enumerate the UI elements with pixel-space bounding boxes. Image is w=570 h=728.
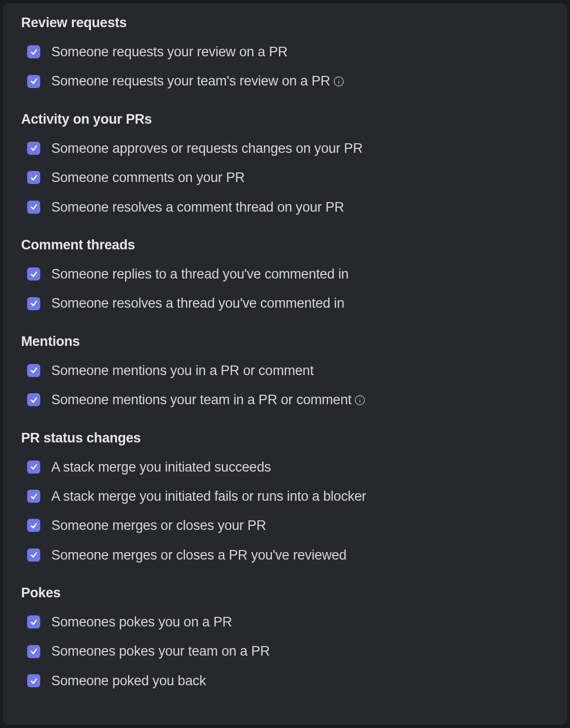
section-title: PR status changes	[21, 430, 549, 446]
option-row: A stack merge you initiated fails or run…	[21, 484, 549, 508]
checkbox[interactable]	[27, 519, 40, 532]
option-row: Someone merges or closes a PR you've rev…	[21, 543, 549, 567]
option-label: Someone poked you back	[51, 673, 206, 689]
checkbox[interactable]	[27, 75, 40, 88]
checkbox[interactable]	[27, 645, 40, 658]
checkbox[interactable]	[27, 142, 40, 155]
section-title: Mentions	[21, 334, 549, 349]
info-icon[interactable]	[354, 395, 365, 406]
section-title: Activity on your PRs	[21, 112, 549, 127]
option-row: Someone requests your team's review on a…	[21, 69, 549, 93]
option-label: Someone merges or closes your PR	[51, 517, 266, 533]
option-label: A stack merge you initiated fails or run…	[51, 488, 366, 504]
section-title: Pokes	[21, 585, 549, 601]
checkbox[interactable]	[27, 461, 40, 474]
settings-section: MentionsSomeone mentions you in a PR or …	[21, 334, 549, 412]
svg-point-5	[360, 398, 360, 398]
option-label: Someone merges or closes a PR you've rev…	[51, 547, 346, 563]
option-label: Someone resolves a thread you've comment…	[51, 295, 344, 311]
checkbox[interactable]	[27, 674, 40, 687]
option-row: Someone mentions you in a PR or comment	[21, 358, 549, 383]
option-label-text: Someone resolves a thread you've comment…	[51, 296, 344, 311]
option-row: Someone comments on your PR	[21, 165, 549, 190]
settings-section: PokesSomeones pokes you on a PRSomeones …	[21, 585, 549, 693]
notification-settings-panel: Review requestsSomeone requests your rev…	[3, 3, 567, 725]
option-label-text: Someone merges or closes your PR	[51, 518, 266, 533]
option-label-text: Someone requests your team's review on a…	[51, 73, 330, 88]
option-label-text: A stack merge you initiated succeeds	[51, 460, 271, 475]
checkbox[interactable]	[27, 45, 40, 58]
option-label-text: Someone requests your review on a PR	[51, 44, 288, 59]
option-label-text: Someones pokes your team on a PR	[51, 644, 270, 659]
option-row: Someone resolves a thread you've comment…	[21, 291, 549, 315]
settings-section: Comment threadsSomeone replies to a thre…	[21, 237, 549, 316]
option-row: Someone replies to a thread you've comme…	[21, 262, 549, 286]
option-label: Someone resolves a comment thread on you…	[51, 199, 344, 215]
checkbox[interactable]	[27, 171, 40, 184]
option-row: Someone resolves a comment thread on you…	[21, 195, 549, 219]
option-row: Someones pokes you on a PR	[21, 610, 549, 634]
option-label: Someone mentions your team in a PR or co…	[51, 392, 365, 408]
option-label: Someones pokes your team on a PR	[51, 643, 270, 659]
option-row: A stack merge you initiated succeeds	[21, 455, 549, 479]
settings-section: Review requestsSomeone requests your rev…	[21, 15, 549, 94]
option-label: Someone requests your team's review on a…	[51, 73, 344, 89]
option-label-text: Someone resolves a comment thread on you…	[51, 200, 344, 215]
checkbox[interactable]	[27, 364, 40, 377]
option-row: Someone requests your review on a PR	[21, 40, 549, 64]
checkbox[interactable]	[27, 393, 40, 406]
option-label-text: Someone merges or closes a PR you've rev…	[51, 548, 346, 563]
checkbox[interactable]	[27, 490, 40, 503]
option-label: Someone replies to a thread you've comme…	[51, 266, 349, 282]
checkbox[interactable]	[27, 267, 40, 281]
option-label: Someone requests your review on a PR	[51, 44, 288, 60]
option-row: Someone mentions your team in a PR or co…	[21, 388, 549, 412]
option-label-text: Someone mentions you in a PR or comment	[51, 363, 314, 378]
checkbox[interactable]	[27, 201, 40, 214]
checkbox[interactable]	[27, 297, 40, 310]
option-row: Someone approves or requests changes on …	[21, 136, 549, 160]
option-row: Someone merges or closes your PR	[21, 513, 549, 537]
option-label: Someone mentions you in a PR or comment	[51, 362, 314, 379]
option-row: Someone poked you back	[21, 669, 549, 693]
option-label-text: Someone comments on your PR	[51, 170, 245, 185]
svg-point-2	[338, 79, 339, 80]
checkbox[interactable]	[27, 549, 40, 562]
info-icon[interactable]	[333, 76, 344, 87]
option-label-text: Someones pokes you on a PR	[51, 614, 232, 629]
settings-section: Activity on your PRsSomeone approves or …	[21, 112, 549, 219]
section-title: Review requests	[21, 15, 549, 31]
option-label: Someones pokes you on a PR	[51, 614, 232, 630]
option-label-text: Someone mentions your team in a PR or co…	[51, 392, 351, 407]
option-label: Someone approves or requests changes on …	[51, 140, 362, 156]
option-label: Someone comments on your PR	[51, 169, 245, 186]
section-title: Comment threads	[21, 237, 549, 253]
option-row: Someones pokes your team on a PR	[21, 639, 549, 663]
option-label-text: Someone replies to a thread you've comme…	[51, 266, 349, 282]
option-label-text: Someone poked you back	[51, 673, 206, 688]
checkbox[interactable]	[27, 615, 40, 628]
settings-section: PR status changesA stack merge you initi…	[21, 430, 549, 568]
option-label: A stack merge you initiated succeeds	[51, 459, 271, 475]
option-label-text: Someone approves or requests changes on …	[51, 141, 362, 156]
option-label-text: A stack merge you initiated fails or run…	[51, 489, 366, 504]
